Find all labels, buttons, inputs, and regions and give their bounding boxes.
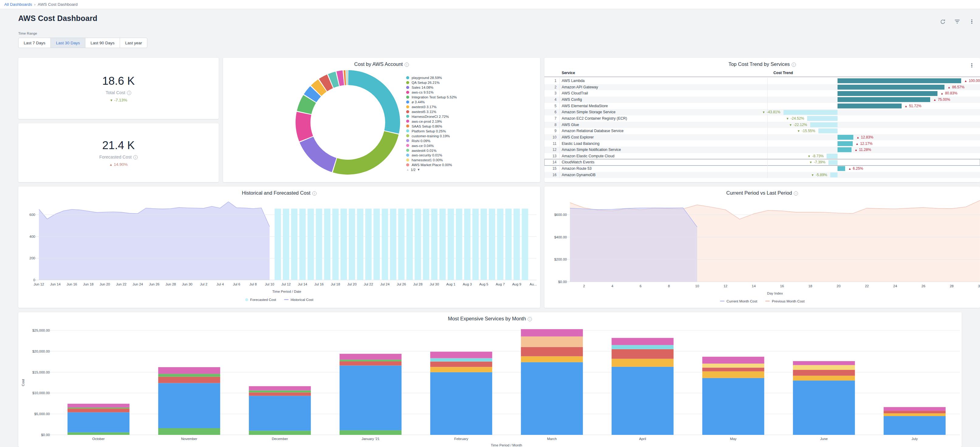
- donut-slice-SAAS Setup[interactable]: [344, 70, 346, 85]
- trend-bar[interactable]: [827, 154, 837, 159]
- forecast-bar[interactable]: [406, 208, 413, 280]
- table-row-Amazon EC2 Container Registry (ECR)[interactable]: 7Amazon EC2 Container Registry (ECR)▼-24…: [544, 115, 980, 122]
- donut-slice-playground[interactable]: [348, 70, 400, 134]
- stack-segment-April-segment-pink[interactable]: [611, 338, 673, 345]
- legend-page-down-icon[interactable]: ▼: [417, 168, 420, 171]
- column-header-cost-trend[interactable]: Cost Trend: [773, 71, 793, 75]
- stack-segment-November-segment-green-upper[interactable]: [158, 374, 220, 377]
- stack-segment-January '21-segment-pink[interactable]: [340, 354, 402, 360]
- donut-slice-Platform Setup[interactable]: [346, 70, 347, 85]
- trend-bar[interactable]: [837, 135, 853, 140]
- legend-item-AWS Market Place[interactable]: AWS Market Place 0.00%: [406, 162, 457, 167]
- table-row-CloudWatch Events[interactable]: 14CloudWatch Events▼-7.39%: [544, 159, 980, 165]
- kebab-menu-icon[interactable]: [968, 17, 976, 25]
- trend-bar[interactable]: [837, 166, 845, 171]
- donut-slice-customer-training[interactable]: [347, 70, 347, 85]
- forecast-bar[interactable]: [505, 208, 512, 280]
- stack-segment-May-segment-blue[interactable]: [702, 378, 764, 435]
- forecast-bar[interactable]: [522, 208, 528, 280]
- stack-segment-July-segment-pink[interactable]: [884, 407, 946, 410]
- legend-item-Current Month Cost[interactable]: Current Month Cost: [720, 299, 757, 303]
- forecast-bar[interactable]: [497, 208, 503, 280]
- legend-item-QA Setup[interactable]: QA Setup 26.21%: [406, 80, 457, 85]
- forecast-bar[interactable]: [332, 208, 339, 280]
- stack-segment-May-segment-light-yellow[interactable]: [702, 363, 764, 367]
- trend-bar[interactable]: [837, 85, 945, 89]
- forecast-bar[interactable]: [456, 208, 462, 280]
- stack-segment-March-segment-blue[interactable]: [521, 362, 583, 435]
- info-icon[interactable]: i: [127, 91, 131, 95]
- time-range-option-last-year[interactable]: Last year: [120, 38, 148, 48]
- info-icon[interactable]: i: [134, 155, 138, 159]
- legend-item-Sales[interactable]: Sales 14.08%: [406, 85, 457, 90]
- legend-item-aws-ce[interactable]: aws-ce 0.04%: [406, 143, 457, 148]
- trend-bar[interactable]: [829, 160, 837, 165]
- table-row-AWS Elemental MediaStore[interactable]: 5AWS Elemental MediaStore▲51.72%: [544, 103, 980, 109]
- stack-segment-April-segment-red[interactable]: [611, 349, 673, 359]
- legend-item-Forecasted Cost[interactable]: Forecasted Cost: [245, 297, 276, 302]
- stack-segment-November-segment-red[interactable]: [158, 377, 220, 383]
- forecast-bar[interactable]: [431, 208, 438, 280]
- forecast-bar[interactable]: [340, 208, 347, 280]
- table-row-AWS Glue[interactable]: 8AWS Glue▼-22.12%: [544, 122, 980, 128]
- stack-segment-June-segment-yellow[interactable]: [793, 375, 855, 380]
- stack-segment-June-segment-red[interactable]: [793, 370, 855, 375]
- stack-segment-March-segment-red[interactable]: [521, 347, 583, 356]
- stack-segment-October-segment-blue[interactable]: [67, 412, 129, 433]
- forecast-bar[interactable]: [423, 208, 429, 280]
- trend-bar[interactable]: [837, 147, 851, 152]
- forecast-bar[interactable]: [464, 208, 471, 280]
- table-row-AWS Config[interactable]: 4AWS Config▲75.00%: [544, 97, 980, 103]
- forecast-bar[interactable]: [398, 208, 405, 280]
- forecast-bar[interactable]: [513, 208, 520, 280]
- time-range-option-last-90-days[interactable]: Last 90 Days: [85, 38, 120, 48]
- time-range-option-last-30-days[interactable]: Last 30 Days: [51, 38, 85, 48]
- forecast-bar[interactable]: [349, 208, 355, 280]
- stack-segment-February-segment-red[interactable]: [430, 362, 492, 367]
- forecast-bar[interactable]: [373, 208, 380, 280]
- forecast-bar[interactable]: [415, 208, 421, 280]
- forecast-bar[interactable]: [489, 208, 495, 280]
- legend-item-Historical Cost[interactable]: Historical Cost: [284, 297, 313, 302]
- forecast-bar[interactable]: [448, 208, 454, 280]
- forecast-bar[interactable]: [307, 208, 314, 280]
- breadcrumb-all-dashboards-link[interactable]: All Dashboards: [4, 2, 32, 7]
- forecast-bar[interactable]: [291, 208, 298, 280]
- stack-segment-May-segment-red[interactable]: [702, 367, 764, 371]
- refresh-icon[interactable]: [939, 17, 947, 25]
- stack-segment-December-segment-red[interactable]: [249, 392, 311, 396]
- legend-item-HarnessDroneCI[interactable]: HarnessDroneCI 2.72%: [406, 114, 457, 119]
- stack-segment-October-segment-red[interactable]: [67, 409, 129, 412]
- forecast-bar[interactable]: [382, 208, 388, 280]
- table-row-Amazon Route 53[interactable]: 15Amazon Route 53▲6.25%: [544, 165, 980, 172]
- stack-segment-July-segment-blue[interactable]: [884, 416, 946, 435]
- trend-bar[interactable]: [837, 78, 961, 83]
- table-row-Amazon DynamoDB[interactable]: 16Amazon DynamoDB▼-5.89%: [544, 172, 980, 178]
- legend-item-harnesstest1[interactable]: harnesstest1 0.00%: [406, 157, 457, 162]
- forecast-bar[interactable]: [439, 208, 445, 280]
- trend-bar[interactable]: [810, 122, 837, 127]
- stack-segment-February-segment-blue[interactable]: [430, 372, 492, 435]
- forecast-bar[interactable]: [473, 208, 479, 280]
- stack-segment-June-segment-light-yellow[interactable]: [793, 365, 855, 370]
- stack-segment-October-segment-pink[interactable]: [67, 404, 129, 407]
- time-range-option-last-7-days[interactable]: Last 7 Days: [18, 38, 51, 48]
- stack-segment-May-segment-yellow[interactable]: [702, 371, 764, 378]
- stack-segment-December-segment-blue[interactable]: [249, 396, 311, 431]
- forecast-bar[interactable]: [283, 208, 289, 280]
- trend-bar[interactable]: [807, 116, 837, 121]
- stack-segment-July-segment-red[interactable]: [884, 411, 946, 413]
- donut-slice-Sales[interactable]: [299, 137, 336, 172]
- legend-item-awstest3[interactable]: awstest3 3.17%: [406, 105, 457, 109]
- table-row-AWS CloudTrail[interactable]: 3AWS CloudTrail▲80.83%: [544, 90, 980, 97]
- column-header-service[interactable]: Service: [562, 71, 575, 75]
- trend-bar[interactable]: [837, 97, 930, 102]
- stack-segment-January '21-segment-green-upper[interactable]: [340, 360, 402, 361]
- forecast-bar[interactable]: [324, 208, 331, 280]
- forecast-bar[interactable]: [299, 208, 305, 280]
- legend-item-Platform Setup[interactable]: Platform Setup 0.25%: [406, 129, 457, 133]
- stack-segment-April-segment-cyan[interactable]: [611, 345, 673, 349]
- forecast-bar[interactable]: [275, 208, 281, 280]
- forecast-bar[interactable]: [480, 208, 487, 280]
- table-row-Amazon Simple Storage Service[interactable]: 6Amazon Simple Storage Service▼-43.81%: [544, 109, 980, 115]
